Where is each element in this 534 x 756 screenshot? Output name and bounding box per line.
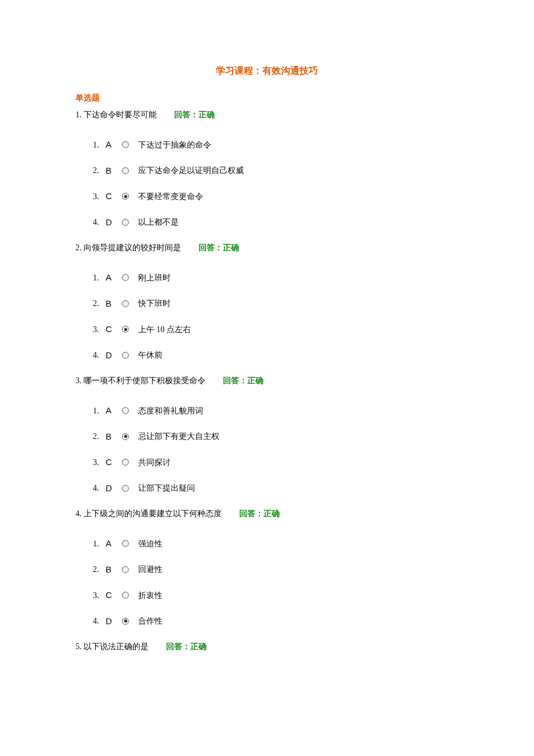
option-index: 1. — [93, 139, 106, 151]
option-text: 强迫性 — [138, 538, 163, 550]
radio-button[interactable] — [122, 566, 129, 573]
option-item: 1.A强迫性 — [93, 537, 459, 550]
radio-slot — [122, 485, 137, 492]
section-heading: 单选题 — [75, 92, 459, 104]
option-text: 忌让部下有更大自主权 — [138, 430, 219, 442]
radio-button[interactable] — [122, 300, 129, 307]
option-item: 1.A刚上班时 — [93, 271, 459, 285]
radio-button[interactable] — [122, 141, 129, 148]
course-title: 学习课程：有效沟通技巧 — [75, 64, 459, 78]
options-list: 1.A强迫性2.B回避性3.C折衷性4.D合作性 — [75, 537, 459, 628]
question-row: 3. 哪一项不利于使部下积极接受命令回答：正确 — [75, 375, 459, 387]
option-letter: A — [106, 271, 122, 285]
options-list: 1.A下达过于抽象的命令2.B应下达命令足以证明自己权威3.C不要经常变更命令4… — [75, 138, 459, 229]
option-letter: D — [106, 482, 122, 495]
option-index: 4. — [93, 216, 106, 228]
radio-button[interactable] — [122, 193, 129, 200]
radio-slot — [122, 193, 137, 200]
radio-button[interactable] — [122, 219, 129, 226]
question-row: 4. 上下级之间的沟通要建立以下何种态度回答：正确 — [75, 507, 459, 520]
question-number: 5. — [75, 642, 82, 651]
option-index: 2. — [93, 563, 106, 575]
option-item: 1.A态度和善礼貌用词 — [93, 404, 459, 417]
option-item: 4.D午休前 — [93, 349, 459, 362]
option-letter: A — [106, 537, 122, 550]
option-index: 2. — [93, 430, 106, 442]
question-number: 1. — [75, 110, 82, 119]
question-number: 4. — [75, 509, 82, 518]
option-text: 态度和善礼貌用词 — [138, 405, 203, 417]
option-item: 3.C共同探讨 — [93, 456, 459, 469]
option-index: 4. — [93, 615, 106, 627]
option-item: 2.B忌让部下有更大自主权 — [93, 430, 459, 444]
option-text: 应下达命令足以证明自己权威 — [138, 164, 244, 177]
radio-button[interactable] — [122, 407, 129, 414]
option-item: 2.B快下班时 — [93, 297, 459, 311]
question-number: 2. — [75, 243, 82, 252]
option-index: 3. — [93, 589, 106, 602]
radio-slot — [122, 592, 137, 599]
option-letter: B — [106, 430, 122, 444]
radio-slot — [122, 459, 137, 466]
option-letter: B — [106, 563, 122, 577]
option-item: 4.D让部下提出疑问 — [93, 482, 459, 495]
radio-slot — [122, 219, 137, 226]
radio-slot — [122, 618, 137, 625]
options-list: 1.A态度和善礼貌用词2.B忌让部下有更大自主权3.C共同探讨4.D让部下提出疑… — [75, 404, 459, 495]
option-text: 共同探讨 — [138, 456, 171, 469]
radio-slot — [122, 407, 137, 414]
radio-button[interactable] — [122, 326, 129, 333]
radio-button[interactable] — [122, 274, 129, 281]
radio-slot — [122, 566, 137, 573]
question-row: 1. 下达命令时要尽可能回答：正确 — [75, 109, 459, 121]
option-item: 2.B回避性 — [93, 563, 459, 577]
radio-slot — [122, 300, 137, 307]
question-row: 2. 向领导提建议的较好时间是回答：正确 — [75, 242, 459, 254]
radio-button[interactable] — [122, 540, 129, 547]
option-letter: B — [106, 164, 122, 178]
questions-container: 1. 下达命令时要尽可能回答：正确1.A下达过于抽象的命令2.B应下达命令足以证… — [75, 109, 459, 653]
option-text: 上午 10 点左右 — [138, 323, 191, 336]
option-item: 3.C不要经常变更命令 — [93, 190, 459, 203]
option-text: 下达过于抽象的命令 — [138, 139, 211, 151]
option-text: 快下班时 — [138, 297, 171, 309]
option-letter: A — [106, 404, 122, 417]
radio-button[interactable] — [122, 618, 129, 625]
question-text: 向领导提建议的较好时间是 — [84, 243, 181, 252]
option-item: 1.A下达过于抽象的命令 — [93, 138, 459, 152]
radio-slot — [122, 167, 137, 174]
question-text: 上下级之间的沟通要建立以下何种态度 — [84, 509, 222, 518]
option-letter: B — [106, 297, 122, 311]
radio-slot — [122, 274, 137, 281]
radio-slot — [122, 326, 137, 333]
option-text: 不要经常变更命令 — [138, 190, 203, 203]
radio-button[interactable] — [122, 485, 129, 492]
feedback-label: 回答：正确 — [199, 243, 239, 252]
option-item: 3.C折衷性 — [93, 589, 459, 602]
radio-slot — [122, 141, 137, 148]
radio-button[interactable] — [122, 352, 129, 359]
radio-button[interactable] — [122, 167, 129, 174]
option-letter: C — [106, 456, 122, 469]
option-text: 午休前 — [138, 349, 163, 361]
radio-button[interactable] — [122, 592, 129, 599]
option-index: 3. — [93, 456, 106, 469]
option-index: 3. — [93, 323, 106, 336]
option-letter: C — [106, 323, 122, 336]
option-letter: A — [106, 138, 122, 152]
option-letter: D — [106, 216, 122, 229]
option-text: 回避性 — [138, 563, 163, 575]
option-index: 1. — [93, 272, 106, 284]
option-letter: C — [106, 589, 122, 602]
radio-button[interactable] — [122, 433, 129, 440]
option-index: 4. — [93, 349, 106, 361]
options-list: 1.A刚上班时2.B快下班时3.C上午 10 点左右4.D午休前 — [75, 271, 459, 362]
radio-slot — [122, 352, 137, 359]
option-item: 3.C上午 10 点左右 — [93, 323, 459, 336]
option-letter: C — [106, 190, 122, 203]
question-number: 3. — [75, 376, 82, 385]
radio-button[interactable] — [122, 459, 129, 466]
radio-slot — [122, 433, 137, 440]
option-text: 合作性 — [138, 615, 163, 627]
option-index: 3. — [93, 190, 106, 203]
